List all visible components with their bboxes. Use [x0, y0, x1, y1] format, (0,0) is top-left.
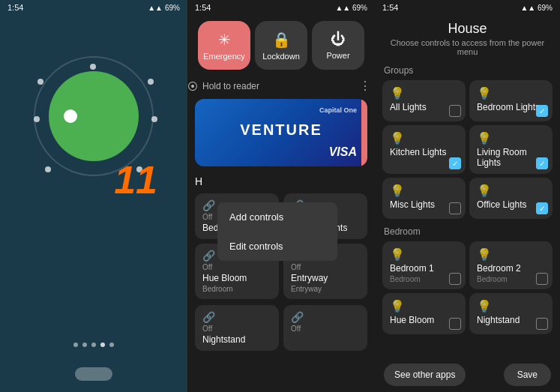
emergency-label: Emergency	[203, 52, 245, 61]
ctrl-hue-bloom-3[interactable]: 💡 Hue Bloom	[382, 293, 466, 334]
edit-controls-menuitem[interactable]: Edit controls	[217, 232, 337, 261]
lockdown-icon: 🔒	[272, 31, 291, 49]
card-name: VENTURE	[205, 121, 357, 139]
living-room-lights-icon: 💡	[477, 131, 545, 145]
office-lights-checkbox[interactable]	[536, 202, 548, 214]
bedroom-section-title: Bedroom	[375, 223, 560, 240]
lockdown-label: Lockdown	[262, 52, 300, 61]
misc-lights-checkbox[interactable]	[449, 202, 461, 214]
entryway-name: Entryway	[291, 273, 360, 283]
bedroom-lights-name-3: Bedroom Lights	[477, 102, 545, 112]
android-version-number: 11	[114, 157, 157, 202]
nightstand-icon-3: 💡	[477, 299, 545, 313]
hue-bloom-icon-3: 💡	[390, 299, 458, 313]
control-nightstand[interactable]: 🔗 Off Nightstand	[195, 305, 279, 351]
groups-section-title: Groups	[375, 62, 560, 79]
bedroom1-icon: 💡	[390, 247, 458, 262]
off-item-status: Off	[291, 325, 360, 333]
more-icon[interactable]: ⋮	[359, 79, 371, 93]
status-bar-2: 1:54 ▲▲ 69%	[187, 0, 375, 15]
power-button[interactable]: ⏻ Power	[312, 21, 364, 70]
ctrl-misc-lights[interactable]: 💡 Misc Lights	[382, 178, 466, 219]
time-2: 1:54	[195, 3, 211, 12]
bedroom2-name: Bedroom 2	[477, 263, 545, 274]
nfc-row: ⦿ Hold to reader ⋮	[187, 76, 375, 96]
visa-logo: VISA	[329, 145, 357, 159]
hue-bloom-checkbox-3[interactable]	[449, 318, 461, 330]
hue-bloom-name-3: Hue Bloom	[390, 315, 458, 325]
bedroom2-icon: 💡	[477, 247, 545, 262]
ctrl-all-lights[interactable]: 💡 All Lights	[382, 80, 466, 121]
save-button[interactable]: Save	[504, 364, 551, 386]
bedroom-lights-icon-3: 💡	[477, 86, 545, 100]
clock-face	[49, 71, 139, 161]
ctrl-living-room-lights[interactable]: 💡 Living Room Lights	[469, 125, 553, 174]
status-icons-1: ▲▲ 69%	[148, 4, 180, 12]
bedroom-grid: 💡 Bedroom 1 Bedroom 💡 Bedroom 2 Bedroom …	[375, 240, 560, 336]
kitchen-lights-checkbox[interactable]	[449, 157, 461, 169]
add-controls-menuitem[interactable]: Add controls	[217, 202, 337, 232]
context-menu: Add controls Edit controls	[217, 202, 337, 261]
emergency-button[interactable]: ✳ Emergency	[198, 21, 250, 70]
all-lights-name: All Lights	[390, 102, 458, 112]
kitchen-lights-name-3: Kitchen Lights	[390, 147, 458, 157]
control-off-item[interactable]: 🔗 Off	[283, 305, 367, 351]
house-controls-panel: 1:54 ▲▲ 69% House Choose controls to acc…	[375, 0, 560, 392]
power-menu-row: ✳ Emergency 🔒 Lockdown ⏻ Power	[187, 15, 375, 76]
card-brand-logo: Capital One	[319, 106, 357, 114]
house-title: House	[375, 15, 560, 38]
entryway-sub: Entryway	[291, 285, 360, 293]
house-subtitle: Choose controls to access from the power…	[375, 38, 560, 62]
controls-grid-2: 🔗 Off Nightstand 🔗 Off	[187, 302, 375, 354]
office-lights-icon: 💡	[477, 184, 545, 198]
card-top: Capital One	[205, 106, 357, 114]
power-menu-panel: 1:54 ▲▲ 69% ✳ Emergency 🔒 Lockdown ⏻ Pow…	[187, 0, 375, 392]
card-area: Capital One VENTURE VISA	[187, 96, 375, 169]
nightstand-checkbox-3[interactable]	[536, 318, 548, 330]
all-lights-icon: 💡	[390, 86, 458, 100]
ctrl-kitchen-lights-3[interactable]: 💡 Kitchen Lights	[382, 125, 466, 174]
power-label: Power	[326, 51, 349, 60]
kitchen-lights-icon-3: 💡	[390, 131, 458, 145]
bedroom1-sub: Bedroom	[390, 275, 458, 283]
nav-pill	[75, 367, 112, 381]
bedroom2-sub: Bedroom	[477, 275, 545, 283]
hue-bloom-status: Off	[202, 263, 271, 271]
controls-title-text: H	[195, 175, 202, 187]
hue-bloom-name: Hue Bloom	[202, 273, 271, 283]
ctrl-bedroom2[interactable]: 💡 Bedroom 2 Bedroom	[469, 241, 553, 289]
status-icons-3: ▲▲ 69%	[520, 4, 553, 12]
controls-title: H	[187, 169, 375, 190]
see-other-apps-button[interactable]: See other apps	[384, 364, 466, 386]
groups-grid: 💡 All Lights 💡 Bedroom Lights 💡 Kitchen …	[375, 79, 560, 220]
bedroom1-checkbox[interactable]	[449, 273, 461, 285]
card-bottom: VISA	[205, 145, 357, 159]
nfc-icon: ⦿	[187, 80, 198, 92]
ctrl-office-lights[interactable]: 💡 Office Lights	[469, 178, 553, 219]
bedroom2-checkbox[interactable]	[536, 273, 548, 285]
time-3: 1:54	[382, 3, 398, 12]
credit-card[interactable]: Capital One VENTURE VISA	[195, 99, 367, 166]
ctrl-nightstand-3[interactable]: 💡 Nightstand	[469, 293, 553, 334]
bedroom1-name: Bedroom 1	[390, 263, 458, 274]
ctrl-bedroom-lights[interactable]: 💡 Bedroom Lights	[469, 80, 553, 121]
nightstand-name: Nightstand	[202, 334, 271, 345]
lockdown-button[interactable]: 🔒 Lockdown	[255, 21, 307, 70]
power-icon: ⏻	[331, 31, 346, 48]
living-room-lights-checkbox[interactable]	[536, 157, 548, 169]
card-side-strip	[361, 99, 367, 166]
bedroom-lights-checkbox[interactable]	[536, 105, 548, 117]
off-item-icon: 🔗	[291, 311, 360, 323]
status-bar-3: 1:54 ▲▲ 69%	[375, 0, 560, 15]
hue-bloom-sub: Bedroom	[202, 285, 271, 293]
status-bar-1: 1:54 ▲▲ 69%	[0, 0, 187, 15]
all-lights-checkbox[interactable]	[449, 105, 461, 117]
nightstand-status: Off	[202, 325, 271, 333]
misc-lights-name: Misc Lights	[390, 199, 458, 210]
nightstand-icon: 🔗	[202, 311, 271, 323]
ctrl-bedroom1[interactable]: 💡 Bedroom 1 Bedroom	[382, 241, 466, 289]
time-1: 1:54	[7, 3, 23, 12]
entryway-status: Off	[291, 263, 360, 271]
emergency-icon: ✳	[218, 31, 231, 49]
bottom-indicator-dots	[73, 343, 114, 347]
